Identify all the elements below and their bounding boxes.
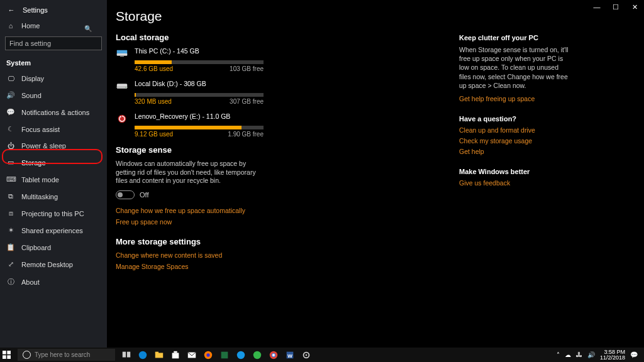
drive-free: 307 GB free <box>230 98 264 105</box>
edge-icon[interactable] <box>135 349 150 361</box>
taskbar: Type here to search W ˄ ☁ 🖧 🔊 3:58 PM 11… <box>0 348 644 362</box>
power-sleep-icon: ⏻ <box>6 142 15 150</box>
drive-item[interactable]: Lenovo_Recovery (E:) - 11.0 GB9.12 GB us… <box>116 112 264 138</box>
sidebar-item-tablet-mode[interactable]: ⌨Tablet mode <box>0 171 107 188</box>
sidebar-item-label: Shared experiences <box>21 227 83 234</box>
tray-chevron-icon[interactable]: ˄ <box>557 351 560 358</box>
tips-heading: Make Windows better <box>459 168 570 175</box>
sidebar-item-sound[interactable]: 🔊Sound <box>0 87 107 104</box>
sidebar-item-remote-desktop[interactable]: ⤢Remote Desktop <box>0 256 107 273</box>
sidebar-item-label: Display <box>21 75 44 82</box>
sidebar-section-label: System <box>0 55 107 70</box>
settings-taskbar-icon[interactable] <box>299 349 314 361</box>
drive-used: 320 MB used <box>135 98 172 105</box>
multitasking-icon: ⧉ <box>6 192 15 200</box>
sidebar-item-notifications-actions[interactable]: 💬Notifications & actions <box>0 104 107 121</box>
tips-link[interactable]: Get help <box>459 148 570 155</box>
svg-rect-10 <box>3 355 6 359</box>
system-tray[interactable]: ˄ ☁ 🖧 🔊 3:58 PM 11/2/2018 💬 <box>557 349 641 361</box>
drive-name: Lenovo_Recovery (E:) - 11.0 GB <box>135 112 264 124</box>
action-center-icon[interactable]: 💬 <box>630 351 638 358</box>
taskbar-search[interactable]: Type here to search <box>18 349 115 361</box>
svg-point-21 <box>206 353 209 356</box>
sidebar-item-multitasking[interactable]: ⧉Multitasking <box>0 188 107 205</box>
back-button[interactable]: ← <box>6 6 16 14</box>
mail-icon[interactable] <box>184 349 199 361</box>
tips-link[interactable]: Check my storage usage <box>459 137 570 145</box>
sidebar-item-storage[interactable]: ▭Storage <box>0 154 107 171</box>
tips-link[interactable]: Get help freeing up space <box>459 95 570 102</box>
maximize-button[interactable]: ☐ <box>606 0 625 14</box>
tips-link[interactable]: Give us feedback <box>459 179 570 187</box>
sidebar-item-label: Notifications & actions <box>21 109 89 116</box>
page-title: Storage <box>116 9 459 24</box>
svg-rect-11 <box>7 355 11 359</box>
drive-item[interactable]: Local Disk (D:) - 308 GB320 MB used307 G… <box>116 80 264 105</box>
drive-usage-bar <box>135 93 264 97</box>
store-icon[interactable] <box>168 349 183 361</box>
start-button[interactable] <box>3 351 15 359</box>
close-button[interactable]: ✕ <box>625 0 644 14</box>
drive-item[interactable]: This PC (C:) - 145 GB42.6 GB used103 GB … <box>116 47 264 72</box>
sidebar-item-display[interactable]: 🖵Display <box>0 70 107 87</box>
sidebar-item-focus-assist[interactable]: ☾Focus assist <box>0 121 107 138</box>
sound-icon: 🔊 <box>6 91 15 99</box>
sidebar-item-shared-experiences[interactable]: ✶Shared experiences <box>0 222 107 239</box>
tablet-mode-icon: ⌨ <box>6 175 15 184</box>
find-setting-input[interactable] <box>5 36 102 50</box>
chrome-icon[interactable] <box>266 349 281 361</box>
storage-sense-toggle-label: Off <box>140 191 148 199</box>
svg-point-24 <box>253 351 261 358</box>
svg-point-32 <box>306 354 308 356</box>
svg-point-5 <box>125 87 126 88</box>
task-manager-icon[interactable] <box>217 349 232 361</box>
storage-sense-toggle[interactable] <box>116 190 135 199</box>
drive-free: 103 GB free <box>230 65 264 72</box>
notifications-actions-icon: 💬 <box>6 108 15 116</box>
tray-volume-icon[interactable]: 🔊 <box>587 351 595 358</box>
tips-text: When Storage sense is turned on, it'll f… <box>459 45 570 90</box>
tray-network-icon[interactable]: 🖧 <box>576 351 582 358</box>
svg-rect-9 <box>7 351 11 354</box>
sidebar-item-label: Focus assist <box>21 126 60 133</box>
tips-heading: Keep clutter off your PC <box>459 34 570 41</box>
sidebar-item-label: Clipboard <box>21 244 51 251</box>
settings-link[interactable]: Change how we free up space automaticall… <box>116 207 459 214</box>
tray-onedrive-icon[interactable]: ☁ <box>565 351 571 358</box>
svg-point-28 <box>272 354 275 356</box>
remote-desktop-icon: ⤢ <box>6 260 15 268</box>
svg-rect-15 <box>155 353 163 358</box>
drive-usage-bar <box>135 126 264 129</box>
firefox-icon[interactable] <box>201 349 216 361</box>
tips-link[interactable]: Clean up and format drive <box>459 126 570 134</box>
taskbar-search-placeholder: Type here to search <box>35 351 90 358</box>
main-content: ― ☐ ✕ Storage Local storage This PC (C:)… <box>107 0 644 348</box>
drive-icon <box>116 48 128 58</box>
minimize-button[interactable]: ― <box>587 0 606 14</box>
sidebar-item-power-sleep[interactable]: ⏻Power & sleep <box>0 138 107 154</box>
tips-heading: Have a question? <box>459 115 570 123</box>
home-icon: ⌂ <box>6 22 15 30</box>
file-explorer-icon[interactable] <box>152 349 167 361</box>
settings-link[interactable]: Change where new content is saved <box>116 251 459 259</box>
app-green-icon[interactable] <box>250 349 265 361</box>
settings-link[interactable]: Manage Storage Spaces <box>116 263 459 270</box>
settings-link[interactable]: Free up space now <box>116 218 459 226</box>
sidebar-item-about[interactable]: ⓘAbout <box>0 273 107 291</box>
sidebar-item-label: Multitasking <box>21 193 58 200</box>
sidebar-item-label: Remote Desktop <box>21 261 73 268</box>
sidebar-home[interactable]: ⌂ Home <box>0 18 107 34</box>
sidebar-item-projecting-to-this-pc[interactable]: ⧈Projecting to this PC <box>0 205 107 222</box>
sidebar-home-label: Home <box>21 22 40 30</box>
svg-rect-8 <box>3 351 6 354</box>
task-view-icon[interactable] <box>119 349 134 361</box>
sidebar-item-clipboard[interactable]: 📋Clipboard <box>0 239 107 256</box>
taskbar-clock[interactable]: 3:58 PM 11/2/2018 <box>600 349 625 361</box>
drive-name: This PC (C:) - 145 GB <box>135 47 264 58</box>
tips-pane: Keep clutter off your PCWhen Storage sen… <box>459 9 582 348</box>
svg-rect-16 <box>155 351 158 353</box>
drive-usage-bar <box>135 60 264 64</box>
drive-used: 9.12 GB used <box>135 131 173 138</box>
word-icon[interactable]: W <box>282 349 297 361</box>
app-blue-icon[interactable] <box>233 349 248 361</box>
